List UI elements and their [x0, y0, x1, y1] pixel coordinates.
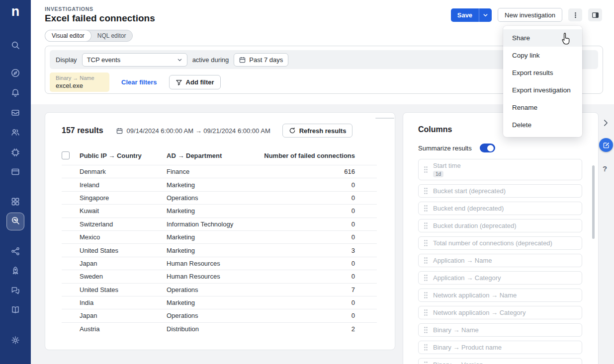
cell-department: Operations — [167, 286, 263, 293]
refresh-results-button[interactable]: Refresh results — [282, 124, 353, 138]
devices-icon[interactable] — [10, 147, 20, 157]
cell-failed-connections: 0 — [263, 260, 355, 267]
table-row[interactable]: JapanOperations0 — [62, 309, 377, 322]
search-icon[interactable] — [10, 40, 20, 50]
settings-gear-icon[interactable] — [10, 335, 20, 345]
menu-item-rename[interactable]: Rename — [503, 99, 582, 116]
column-item[interactable]: Application → Category — [418, 271, 582, 285]
panel-splitter-handle[interactable] — [375, 118, 394, 119]
column-header-department[interactable]: AD → Department — [167, 152, 263, 159]
menu-item-export-investigation[interactable]: Export investigation — [503, 81, 582, 99]
editor-mode-toggle: Visual editor NQL editor — [45, 30, 133, 42]
table-row[interactable]: DenmarkFinance616 — [62, 165, 377, 178]
chat-icon[interactable] — [10, 286, 20, 295]
cell-department: Distribution — [167, 325, 263, 333]
refresh-results-label: Refresh results — [299, 127, 347, 135]
column-item[interactable]: Bucket end (deprecated) — [418, 202, 582, 215]
users-icon[interactable] — [10, 127, 20, 137]
collapse-panel-chevron-icon[interactable] — [604, 119, 608, 129]
summarize-row: Summarize results — [403, 141, 598, 159]
table-row[interactable]: MexicoMarketing0 — [62, 230, 377, 243]
dashboards-grid-icon[interactable] — [10, 197, 20, 207]
filter-chip-binary-name[interactable]: Binary → Name excel.exe — [50, 73, 109, 92]
drag-handle-icon[interactable] — [424, 222, 428, 229]
cell-department: Human Resources — [167, 273, 263, 280]
table-row[interactable]: SwedenHuman Resources0 — [62, 270, 377, 283]
column-item[interactable]: Total number of connections (deprecated) — [418, 236, 582, 250]
kebab-menu-button[interactable] — [568, 8, 582, 21]
clear-filters-link[interactable]: Clear filters — [121, 78, 157, 86]
documentation-book-icon[interactable] — [10, 305, 20, 315]
drag-handle-icon[interactable] — [424, 326, 428, 334]
column-item[interactable]: Binary → Product name — [418, 341, 582, 354]
save-button[interactable]: Save — [451, 8, 479, 22]
launch-rocket-icon[interactable] — [10, 266, 20, 276]
header-actions: Save New investigation — [451, 8, 602, 22]
drag-handle-icon[interactable] — [424, 274, 428, 282]
cell-failed-connections: 7 — [263, 286, 355, 293]
drag-handle-icon[interactable] — [424, 291, 428, 299]
layout-panel-icon[interactable] — [588, 8, 602, 21]
table-row[interactable]: AustriaDistribution2 — [62, 322, 377, 335]
cell-department: Operations — [167, 194, 263, 202]
drag-handle-icon[interactable] — [424, 239, 428, 247]
table-row[interactable]: JapanHuman Resources0 — [62, 257, 377, 270]
menu-item-export-results[interactable]: Export results — [503, 64, 582, 81]
column-item-label: Bucket duration (deprecated) — [433, 222, 517, 229]
cell-department: Marketing — [167, 299, 263, 306]
table-row[interactable]: United StatesOperations7 — [62, 283, 377, 296]
drag-handle-icon[interactable] — [424, 344, 428, 351]
cell-country: India — [80, 299, 167, 306]
menu-item-delete[interactable]: Delete — [503, 116, 582, 134]
results-card: 157 results 09/14/2024 6:00:00 AM → 09/2… — [45, 112, 395, 350]
save-split-button: Save — [451, 8, 492, 22]
column-item-label: Application → Name — [433, 257, 492, 264]
date-range-button[interactable]: Past 7 days — [234, 53, 288, 67]
applications-icon[interactable] — [10, 167, 20, 177]
drag-handle-icon[interactable] — [424, 309, 428, 316]
menu-item-share[interactable]: Share — [503, 29, 582, 47]
drag-handle-icon[interactable] — [424, 205, 428, 212]
table-row[interactable]: KuwaitMarketing0 — [62, 204, 377, 217]
save-dropdown-button[interactable] — [479, 8, 492, 22]
column-header-failed-connections[interactable]: Number of failed connections — [263, 152, 355, 159]
column-item[interactable]: Binary → Version — [418, 358, 582, 364]
table-row[interactable]: SingaporeOperations0 — [62, 191, 377, 204]
select-all-checkbox[interactable] — [62, 151, 70, 159]
table-row[interactable]: IndiaMarketing0 — [62, 296, 377, 309]
summarize-toggle[interactable] — [480, 144, 495, 152]
drag-handle-icon[interactable] — [424, 361, 428, 364]
columns-scrollbar[interactable] — [592, 165, 595, 239]
inbox-icon[interactable] — [10, 108, 20, 118]
drag-handle-icon[interactable] — [424, 166, 428, 173]
column-item[interactable]: Binary → Name — [418, 323, 582, 337]
column-item[interactable]: Network application → Name — [418, 289, 582, 302]
new-investigation-button[interactable]: New investigation — [498, 8, 562, 22]
drag-handle-icon[interactable] — [424, 257, 428, 264]
notifications-bell-icon[interactable] — [10, 88, 20, 98]
display-select-value: TCP events — [87, 56, 121, 64]
table-row[interactable]: SwitzerlandInformation Technology0 — [62, 218, 377, 230]
connections-nodes-icon[interactable] — [10, 246, 20, 256]
column-header-country[interactable]: Public IP → Country — [80, 152, 167, 159]
results-table-body: DenmarkFinance616IrelandMarketing0Singap… — [45, 165, 395, 335]
cell-country: Austria — [80, 325, 167, 333]
tab-visual-editor[interactable]: Visual editor — [45, 30, 91, 41]
menu-item-copy-link[interactable]: Copy link — [503, 47, 582, 64]
column-item[interactable]: Bucket start (deprecated) — [418, 184, 582, 198]
column-item[interactable]: Application → Name — [418, 254, 582, 267]
tab-nql-editor[interactable]: NQL editor — [91, 30, 133, 41]
add-filter-button[interactable]: Add filter — [169, 75, 221, 89]
drag-handle-icon[interactable] — [424, 187, 428, 195]
filter-chip-value: excel.exe — [56, 82, 103, 89]
column-item[interactable]: Network application → Category — [418, 306, 582, 319]
table-row[interactable]: United StatesMarketing3 — [62, 243, 377, 256]
table-row[interactable]: IrelandMarketing0 — [62, 178, 377, 191]
display-select[interactable]: TCP events — [82, 53, 187, 67]
column-item[interactable]: Bucket duration (deprecated) — [418, 219, 582, 232]
explore-compass-icon[interactable] — [10, 68, 20, 78]
help-icon[interactable]: ? — [603, 164, 607, 173]
compose-edit-button[interactable] — [599, 138, 613, 152]
column-item[interactable]: Start time1d — [418, 159, 582, 180]
sidebar-item-investigations[interactable] — [6, 213, 24, 230]
